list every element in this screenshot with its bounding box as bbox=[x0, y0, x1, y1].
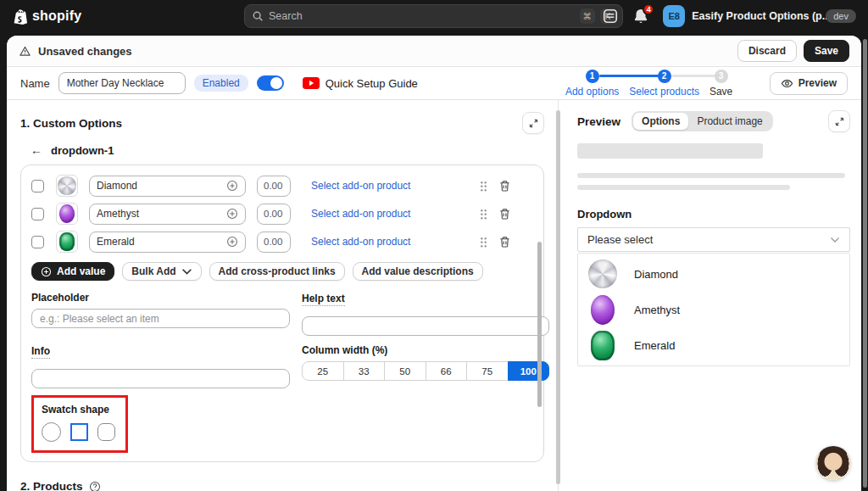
column-width-75[interactable]: 75 bbox=[466, 361, 509, 381]
chevron-down-icon bbox=[181, 266, 192, 277]
step-2-dot[interactable]: 2 bbox=[658, 70, 671, 83]
toggle-knob bbox=[270, 77, 282, 89]
amethyst-image bbox=[587, 294, 618, 325]
preview-button-label: Preview bbox=[798, 77, 837, 89]
help-icon[interactable] bbox=[89, 481, 101, 491]
skeleton-line bbox=[577, 173, 845, 178]
value-name-field bbox=[89, 204, 246, 225]
value-name-input[interactable] bbox=[97, 208, 226, 220]
quick-setup-guide-label: Quick Setup Guide bbox=[326, 77, 418, 90]
select-addon-product-link[interactable]: Select add-on product bbox=[311, 180, 410, 192]
search-icon bbox=[252, 10, 264, 22]
enabled-toggle[interactable] bbox=[257, 75, 284, 91]
diamond-image[interactable] bbox=[56, 175, 78, 197]
value-price-input[interactable] bbox=[257, 204, 291, 225]
window-scrollbar[interactable] bbox=[863, 39, 867, 488]
expand-preview-button[interactable] bbox=[828, 110, 850, 132]
global-search[interactable]: ⌘ K bbox=[244, 4, 623, 28]
preview-item-label: Diamond bbox=[634, 268, 678, 281]
notifications-bell-icon[interactable]: 4 bbox=[632, 8, 649, 25]
value-row-diamond: Select add-on product bbox=[31, 175, 533, 197]
cmd-key: ⌘ bbox=[580, 8, 596, 24]
diamond-gem bbox=[588, 259, 617, 288]
preview-item-amethyst[interactable]: Amethyst bbox=[578, 292, 849, 327]
emerald-image[interactable] bbox=[56, 231, 78, 253]
column-width-segmented-control: 25 33 50 66 75 100 bbox=[302, 361, 549, 381]
tab-options[interactable]: Options bbox=[633, 113, 688, 130]
skeleton-title-block bbox=[577, 143, 763, 159]
column-width-label: Column width (%) bbox=[302, 344, 549, 356]
diamond-gem bbox=[58, 176, 76, 195]
quick-setup-guide-link[interactable]: Quick Setup Guide bbox=[303, 77, 418, 90]
swatch-shape-label: Swatch shape bbox=[42, 404, 115, 416]
option-breadcrumb: dropdown-1 bbox=[51, 144, 114, 157]
youtube-icon bbox=[303, 77, 320, 89]
value-price-input[interactable] bbox=[257, 176, 291, 197]
preview-button[interactable]: Preview bbox=[770, 72, 848, 95]
drag-handle-icon[interactable] bbox=[480, 209, 487, 220]
preview-item-emerald[interactable]: Emerald bbox=[578, 327, 849, 363]
placeholder-input[interactable] bbox=[31, 309, 290, 328]
discard-button[interactable]: Discard bbox=[737, 40, 797, 62]
add-value-descriptions-button[interactable]: Add value descriptions bbox=[353, 262, 483, 281]
column-width-100[interactable]: 100 bbox=[508, 361, 550, 381]
user-avatar[interactable] bbox=[816, 446, 850, 480]
add-image-icon[interactable] bbox=[226, 236, 238, 248]
add-cross-product-links-button[interactable]: Add cross-product links bbox=[209, 262, 345, 281]
delete-value-icon[interactable] bbox=[498, 180, 511, 192]
select-addon-product-link[interactable]: Select add-on product bbox=[311, 236, 410, 248]
drag-handle-icon[interactable] bbox=[480, 237, 487, 248]
search-input[interactable] bbox=[269, 10, 575, 22]
delete-value-icon[interactable] bbox=[498, 208, 511, 220]
add-image-icon[interactable] bbox=[226, 180, 238, 192]
preview-dropdown-select[interactable]: Please select bbox=[577, 227, 850, 252]
products-title: 2. Products bbox=[20, 480, 83, 491]
info-input[interactable] bbox=[31, 369, 290, 388]
eye-icon bbox=[781, 77, 793, 90]
drag-handle-icon[interactable] bbox=[480, 181, 487, 192]
row-checkbox[interactable] bbox=[31, 180, 44, 192]
emerald-gem bbox=[591, 331, 615, 360]
amethyst-gem bbox=[591, 295, 615, 325]
step-3-dot[interactable]: 3 bbox=[715, 70, 728, 83]
shopify-logo[interactable]: shopify bbox=[12, 8, 81, 25]
swatch-shape-rounded[interactable] bbox=[97, 423, 115, 441]
account-menu[interactable]: E8 Easify Product Options (p... dev bbox=[663, 5, 856, 27]
column-width-33[interactable]: 33 bbox=[343, 361, 386, 381]
add-value-button[interactable]: Add value bbox=[31, 262, 114, 281]
preview-item-diamond[interactable]: Diamond bbox=[578, 256, 849, 292]
dev-badge: dev bbox=[826, 9, 856, 23]
tab-product-image[interactable]: Product image bbox=[688, 113, 771, 130]
column-width-50[interactable]: 50 bbox=[384, 361, 426, 381]
option-header-row: Name Enabled Quick Setup Guide 1 2 3 Add… bbox=[7, 67, 861, 100]
add-image-icon[interactable] bbox=[226, 208, 238, 220]
option-name-input[interactable] bbox=[58, 72, 186, 94]
save-button[interactable]: Save bbox=[804, 40, 849, 62]
swatch-shape-circle[interactable] bbox=[42, 422, 61, 442]
card-scrollbar[interactable] bbox=[537, 242, 542, 407]
row-checkbox[interactable] bbox=[31, 208, 44, 220]
preview-item-label: Amethyst bbox=[634, 304, 680, 316]
row-checkbox[interactable] bbox=[31, 236, 44, 248]
expand-options-button[interactable] bbox=[522, 112, 544, 134]
value-name-input[interactable] bbox=[97, 180, 226, 192]
info-field-group: Info bbox=[31, 344, 290, 388]
step-1-dot[interactable]: 1 bbox=[586, 70, 599, 83]
amethyst-image[interactable] bbox=[56, 203, 78, 225]
emerald-image bbox=[587, 330, 618, 360]
bulk-add-button[interactable]: Bulk Add bbox=[122, 262, 201, 281]
delete-value-icon[interactable] bbox=[498, 236, 511, 248]
help-text-input[interactable] bbox=[302, 316, 549, 336]
column-width-25[interactable]: 25 bbox=[302, 361, 344, 381]
storefront-icon[interactable] bbox=[602, 8, 619, 25]
back-arrow-icon[interactable]: ← bbox=[31, 143, 42, 157]
custom-options-title: 1. Custom Options bbox=[20, 117, 122, 130]
value-name-input[interactable] bbox=[97, 236, 226, 248]
select-addon-product-link[interactable]: Select add-on product bbox=[311, 208, 410, 220]
notification-count-badge: 4 bbox=[643, 3, 654, 15]
value-price-input[interactable] bbox=[257, 232, 291, 253]
column-width-66[interactable]: 66 bbox=[426, 361, 468, 381]
step-2-label: Select products bbox=[629, 86, 699, 98]
expand-icon bbox=[834, 116, 845, 127]
swatch-shape-square-selected[interactable] bbox=[70, 423, 88, 441]
